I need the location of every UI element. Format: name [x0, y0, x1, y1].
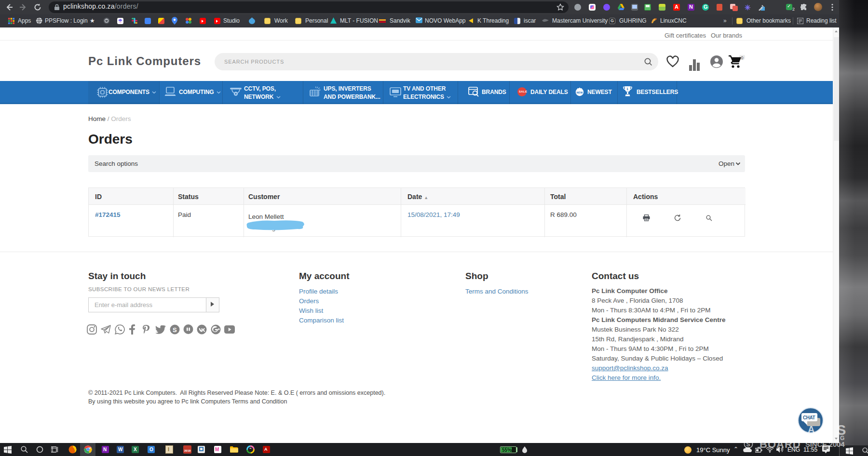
- svg-text:0: 0: [741, 55, 744, 60]
- svg-text:S: S: [746, 441, 750, 448]
- svg-text:NEW: NEW: [577, 91, 583, 94]
- svg-text:S: S: [173, 326, 177, 334]
- svg-text:1: 1: [626, 87, 628, 91]
